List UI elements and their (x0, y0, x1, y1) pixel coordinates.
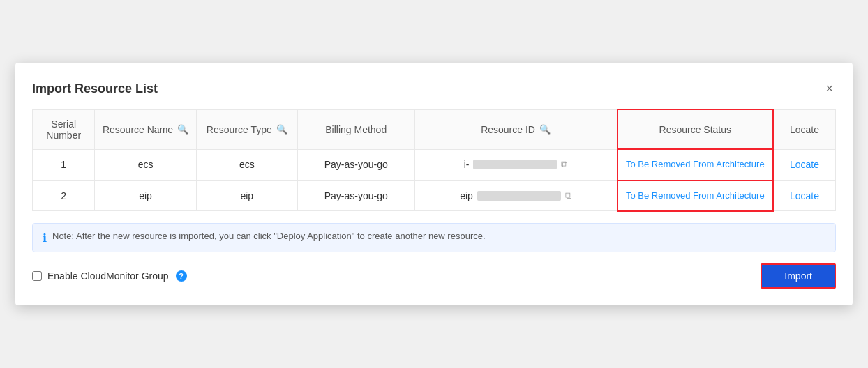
header-serial: Serial Number (33, 109, 95, 149)
copy-icon[interactable]: ⧉ (561, 159, 567, 170)
modal-header: Import Resource List × (32, 79, 836, 98)
import-button[interactable]: Import (761, 263, 836, 289)
cell-serial: 1 (33, 149, 95, 180)
cell-resource-id: eip⧉ (414, 181, 618, 211)
note-bar: ℹ Note: After the new resource is import… (32, 223, 836, 252)
id-blur (477, 191, 561, 201)
info-icon: ℹ (43, 231, 47, 245)
id-blur (473, 160, 557, 169)
header-resource-id: Resource ID 🔍 (414, 109, 618, 149)
resource-name-search-icon[interactable]: 🔍 (177, 124, 188, 135)
cell-resource-type: eip (196, 181, 297, 211)
cell-resource-name: eip (95, 181, 196, 211)
cloudmonitor-checkbox[interactable] (32, 271, 42, 281)
note-text: Note: After the new resource is imported… (52, 231, 486, 241)
cloudmonitor-label: Enable CloudMonitor Group (47, 270, 169, 282)
cell-resource-status: To Be Removed From Architecture (618, 149, 773, 180)
id-prefix: i- (464, 159, 470, 170)
header-resource-name: Resource Name 🔍 (95, 109, 196, 149)
table-row: 2eipeipPay-as-you-goeip⧉To Be Removed Fr… (33, 181, 836, 211)
help-icon[interactable]: ? (176, 270, 187, 282)
copy-icon[interactable]: ⧉ (565, 190, 571, 201)
table-row: 1ecsecsPay-as-you-goi-⧉To Be Removed Fro… (33, 149, 836, 180)
cell-billing-method: Pay-as-you-go (297, 181, 414, 211)
locate-button[interactable]: Locate (790, 159, 819, 170)
cell-locate: Locate (773, 149, 835, 180)
cell-resource-status: To Be Removed From Architecture (618, 181, 773, 211)
header-resource-status: Resource Status (618, 109, 773, 149)
header-locate: Locate (773, 109, 835, 149)
cell-resource-name: ecs (95, 149, 196, 180)
close-button[interactable]: × (823, 79, 836, 98)
resource-table: Serial Number Resource Name 🔍 Resource T… (32, 109, 836, 211)
locate-button[interactable]: Locate (790, 190, 819, 201)
footer-row: Enable CloudMonitor Group ? Import (32, 263, 836, 289)
header-billing-method: Billing Method (297, 109, 414, 149)
cell-billing-method: Pay-as-you-go (297, 149, 414, 180)
resource-id-search-icon[interactable]: 🔍 (539, 124, 551, 135)
import-resource-modal: Import Resource List × Serial Number Res… (15, 63, 853, 305)
resource-type-search-icon[interactable]: 🔍 (276, 124, 287, 135)
cell-locate: Locate (773, 181, 835, 211)
modal-title: Import Resource List (32, 82, 158, 96)
cell-resource-id: i-⧉ (414, 149, 618, 180)
cell-resource-type: ecs (196, 149, 297, 180)
cell-serial: 2 (33, 181, 95, 211)
header-resource-type: Resource Type 🔍 (196, 109, 297, 149)
id-prefix: eip (460, 190, 473, 201)
cloudmonitor-checkbox-label[interactable]: Enable CloudMonitor Group ? (32, 270, 187, 282)
